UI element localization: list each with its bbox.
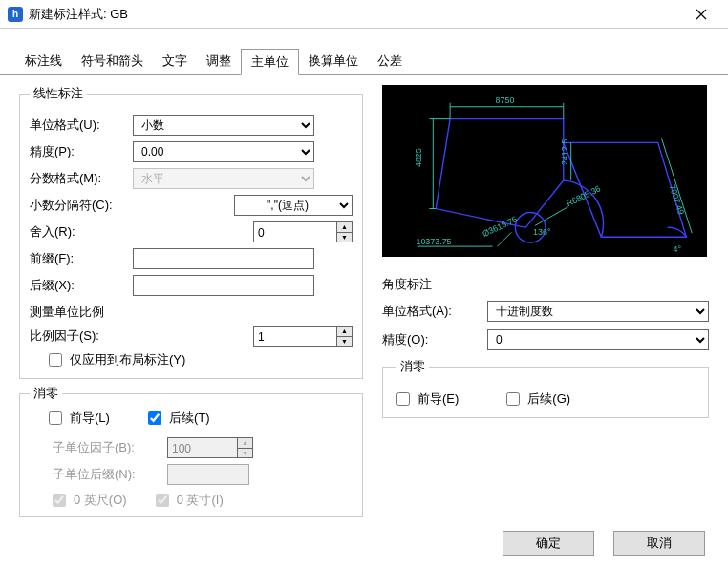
scale-subgroup: 测量单位比例 比例因子(S): ▲▼ 仅应用到布局标注(Y) <box>30 301 353 370</box>
leading-label: 前导(L) <box>70 410 110 427</box>
angle-unit-select[interactable]: 十进制度数 <box>487 301 709 322</box>
svg-text:8750: 8750 <box>496 95 515 105</box>
scale-factor-spinner[interactable]: ▲▼ <box>253 326 353 347</box>
close-icon <box>696 9 707 20</box>
cancel-button[interactable]: 取消 <box>613 531 705 556</box>
angle-leading-label: 前导(E) <box>418 390 459 408</box>
inch-label: 0 英寸(I) <box>177 492 224 509</box>
inch-checkbox <box>156 494 169 507</box>
fraction-label: 分数格式(M): <box>30 170 133 187</box>
round-spinner[interactable]: ▲▼ <box>253 221 353 242</box>
decimal-sep-select[interactable]: ","(逗点) <box>234 195 353 216</box>
unit-format-select[interactable]: 小数 <box>133 115 314 136</box>
trailing-label: 后续(T) <box>169 410 210 427</box>
feet-label: 0 英尺(O) <box>74 492 127 509</box>
svg-text:4°: 4° <box>673 244 681 254</box>
window-title: 新建标注样式: GB <box>29 6 682 23</box>
tab-fit[interactable]: 调整 <box>197 49 241 75</box>
linear-legend: 线性标注 <box>30 85 87 102</box>
feet-checkbox <box>53 494 66 507</box>
layout-only-label: 仅应用到布局标注(Y) <box>70 351 185 369</box>
round-up[interactable]: ▲ <box>336 222 352 233</box>
prefix-input[interactable] <box>133 248 314 269</box>
subunit-factor-input <box>168 438 237 458</box>
suppress-group: 消零 前导(L) 后续(T) 子单位因子(B): ▲▼ 子单位后缀(N): 0 … <box>19 385 363 517</box>
precision-label: 精度(P): <box>30 143 133 160</box>
svg-text:4825: 4825 <box>414 148 423 167</box>
trailing-checkbox[interactable] <box>148 411 161 425</box>
tab-primary-units[interactable]: 主单位 <box>241 49 299 75</box>
prefix-label: 前缀(F): <box>30 250 133 267</box>
tab-alt-units[interactable]: 换算单位 <box>299 49 368 75</box>
linear-group: 线性标注 单位格式(U): 小数 精度(P): 0.00 分数格式(M): 水平… <box>19 85 363 379</box>
leading-checkbox[interactable] <box>49 411 62 425</box>
svg-text:Ø3618.75: Ø3618.75 <box>481 214 519 239</box>
round-down[interactable]: ▼ <box>336 233 352 242</box>
angle-precision-label: 精度(O): <box>382 331 487 348</box>
angle-trailing-label: 后续(G) <box>527 390 570 408</box>
subunit-factor-label: 子单位因子(B): <box>53 439 167 456</box>
preview-pane: 8750 4825 2412.5 10373.75 Ø3618.75 R6805… <box>382 85 707 257</box>
unit-format-label: 单位格式(U): <box>30 116 133 134</box>
round-input[interactable] <box>254 222 336 242</box>
tab-text[interactable]: 文字 <box>153 49 197 75</box>
subunit-factor-spinner: ▲▼ <box>167 437 253 458</box>
svg-text:2412.5: 2412.5 <box>560 139 569 165</box>
suffix-label: 后缀(X): <box>30 277 133 294</box>
scale-legend: 测量单位比例 <box>30 304 353 321</box>
svg-text:136°: 136° <box>533 227 551 237</box>
scale-factor-label: 比例因子(S): <box>30 327 133 345</box>
angle-trailing-checkbox[interactable] <box>506 392 520 406</box>
ok-button[interactable]: 确定 <box>503 531 594 556</box>
angle-precision-select[interactable]: 0 <box>487 329 709 350</box>
layout-only-checkbox[interactable] <box>49 353 62 367</box>
scale-factor-input[interactable] <box>254 327 336 347</box>
angle-zero-group: 消零 前导(E) 后续(G) <box>382 358 709 418</box>
tab-bar: 标注线 符号和箭头 文字 调整 主单位 换算单位 公差 <box>0 48 728 75</box>
tab-symbols[interactable]: 符号和箭头 <box>72 49 153 75</box>
angle-leading-checkbox[interactable] <box>396 392 410 406</box>
suppress-legend: 消零 <box>30 385 62 402</box>
suffix-input[interactable] <box>133 275 314 296</box>
subunit-up: ▲ <box>237 438 252 449</box>
tab-tolerance[interactable]: 公差 <box>368 49 412 75</box>
angle-section-title: 角度标注 <box>382 276 709 293</box>
angle-unit-label: 单位格式(A): <box>382 303 487 320</box>
tab-dimline[interactable]: 标注线 <box>15 49 72 75</box>
svg-text:10373.75: 10373.75 <box>417 237 452 246</box>
dialog-footer: 确定 取消 <box>503 531 705 556</box>
angle-zero-legend: 消零 <box>396 358 429 375</box>
close-button[interactable] <box>682 1 720 28</box>
subunit-suffix-input <box>167 464 249 485</box>
app-icon: h <box>8 7 23 22</box>
round-label: 舍入(R): <box>30 223 133 241</box>
precision-select[interactable]: 0.00 <box>133 141 314 162</box>
svg-text:7007.49: 7007.49 <box>668 183 686 216</box>
decimal-sep-label: 小数分隔符(C): <box>30 197 133 214</box>
subunit-down: ▼ <box>237 449 252 458</box>
subunit-suffix-label: 子单位后缀(N): <box>53 466 167 483</box>
scale-up[interactable]: ▲ <box>336 327 352 337</box>
titlebar: h 新建标注样式: GB <box>0 0 728 29</box>
scale-down[interactable]: ▼ <box>336 337 352 347</box>
fraction-select: 水平 <box>133 168 314 189</box>
